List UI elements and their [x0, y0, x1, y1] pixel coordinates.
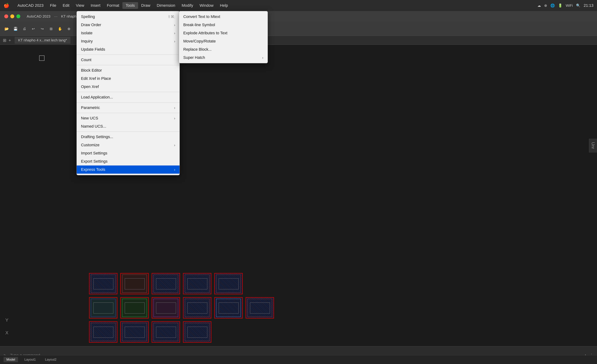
submenu-break-line[interactable]: Break-line Symbol [179, 21, 268, 29]
menubar-item-format[interactable]: Format [103, 2, 122, 9]
menu-update-fields[interactable]: Update Fields [77, 45, 180, 53]
titlebar-separator: — [54, 14, 57, 18]
toolbar-save[interactable]: 💾 [12, 25, 19, 32]
menu-import-settings[interactable]: Import Settings [77, 149, 180, 157]
ucs-y-label: Y [5, 318, 8, 323]
wifi-icon: WiFi [566, 4, 573, 8]
search-icon[interactable]: 🔍 [576, 3, 581, 8]
thumb-row-1 [89, 273, 588, 294]
thumb-15[interactable] [183, 321, 211, 343]
toolbar-redo[interactable]: ↪ [39, 25, 46, 32]
menu-divider-4 [77, 102, 180, 103]
submenu-convert-text[interactable]: Convert Text to Mtext [179, 13, 268, 21]
menu-edit-xref[interactable]: Edit Xref in Place [77, 75, 180, 83]
thumbnails-area [89, 273, 588, 343]
ucs-indicator: Y X [5, 318, 8, 335]
menu-divider-6 [77, 131, 180, 132]
minimize-button[interactable] [10, 14, 14, 18]
menubar-item-draw[interactable]: Draw [138, 2, 154, 9]
menu-draw-order[interactable]: Draw Order › [77, 21, 180, 29]
ucs-x-label: X [5, 330, 8, 335]
status-tab-model[interactable]: Model [4, 357, 18, 362]
express-submenu: Convert Text to Mtext Break-line Symbol … [179, 11, 268, 63]
menu-inquiry[interactable]: Inquiry › [77, 37, 180, 45]
menu-customize[interactable]: Customize › [77, 141, 180, 149]
menubar-item-tools[interactable]: Tools [122, 2, 138, 9]
vert-label: Unr [589, 139, 597, 153]
thumb-13[interactable] [120, 321, 149, 343]
apple-icon[interactable]: 🍎 [4, 3, 9, 8]
menubar-item-view[interactable]: View [73, 2, 87, 9]
titlebar-app: AutoCAD 2023 [27, 14, 50, 18]
menu-parametric[interactable]: Parametric › [77, 104, 180, 112]
submenu-explode-attrs[interactable]: Explode Attributes to Text [179, 29, 268, 37]
menubar-item-help[interactable]: Help [217, 2, 231, 9]
menu-divider-2 [77, 65, 180, 65]
toolbar-pan[interactable]: ✋ [56, 25, 64, 32]
toolbar-print[interactable]: 🖨 [21, 25, 28, 32]
thumb-6[interactable] [89, 297, 118, 318]
status-tab-layout1[interactable]: Layout1 [22, 357, 39, 362]
menu-divider-1 [77, 54, 180, 55]
thumb-2[interactable] [120, 273, 149, 294]
thumb-row-2 [89, 297, 588, 318]
thumb-4[interactable] [183, 273, 211, 294]
toolbar-viewport[interactable]: ⊞ [47, 25, 55, 32]
thumb-row-3 [89, 321, 588, 343]
clock: 21:13 [584, 3, 593, 8]
statusbar: Model Layout1 Layout2 [0, 355, 597, 364]
menu-export-settings[interactable]: Export Settings [77, 157, 180, 166]
thumb-7[interactable] [120, 297, 149, 318]
menubar-item-edit[interactable]: Edit [59, 2, 73, 9]
menu-spelling[interactable]: Spelling ⇧⌘; [77, 13, 180, 21]
menu-named-ucs[interactable]: Named UCS... [77, 122, 180, 130]
menu-divider-5 [77, 113, 180, 113]
maximize-button[interactable] [16, 14, 20, 18]
thumb-12[interactable] [89, 321, 118, 343]
menu-isolate[interactable]: Isolate › [77, 29, 180, 37]
menubar-item-file[interactable]: File [47, 2, 59, 9]
toolbar-open[interactable]: 📂 [3, 25, 10, 32]
menu-drafting-settings[interactable]: Drafting Settings... [77, 133, 180, 141]
menubar: 🍎 AutoCAD 2023 File Edit View Insert For… [0, 0, 597, 11]
menu-load-app[interactable]: Load Application... [77, 93, 180, 101]
menu-block-editor[interactable]: Block Editor [77, 66, 180, 75]
thumb-10[interactable] [214, 297, 243, 318]
menubar-right: ☁ ⊕ 🌐 🔋 WiFi 🔍 21:13 [537, 3, 593, 8]
thumb-11[interactable] [246, 297, 274, 318]
thumb-14[interactable] [152, 321, 180, 343]
thumb-1[interactable] [89, 273, 118, 294]
crosshair [39, 55, 45, 61]
toolbar-zoom-extent[interactable]: ⊕ [65, 25, 73, 32]
tab-drawing[interactable]: KT nhapho 4 x...met lech tang* [15, 37, 71, 44]
thumb-5[interactable] [214, 273, 243, 294]
thumb-3[interactable] [152, 273, 180, 294]
menubar-item-autocad[interactable]: AutoCAD 2023 [14, 2, 47, 9]
status-tab-layout2[interactable]: Layout2 [42, 357, 59, 362]
menubar-item-dimension[interactable]: Dimension [154, 2, 179, 9]
tab-new-icon[interactable]: + [8, 38, 11, 43]
close-button[interactable] [4, 14, 8, 18]
menubar-item-modify[interactable]: Modify [179, 2, 196, 9]
submenu-super-hatch[interactable]: Super Hatch › [179, 53, 268, 62]
toolbar-undo[interactable]: ↩ [30, 25, 37, 32]
window-controls [4, 14, 20, 18]
thumb-8[interactable] [152, 297, 180, 318]
network-icon: ⊕ [544, 3, 547, 8]
cloud-icon: ☁ [537, 3, 541, 8]
menubar-item-window[interactable]: Window [196, 2, 217, 9]
tab-add-btn[interactable]: ⊞ [3, 38, 6, 43]
submenu-move-copy[interactable]: Move/Copy/Rotate [179, 37, 268, 45]
menu-open-xref[interactable]: Open Xref [77, 83, 180, 91]
menu-new-ucs[interactable]: New UCS › [77, 114, 180, 122]
thumb-9[interactable] [183, 297, 211, 318]
flag-icon: 🌐 [550, 3, 555, 8]
menu-express-tools[interactable]: Express Tools › [77, 166, 180, 174]
menubar-item-insert[interactable]: Insert [87, 2, 103, 9]
battery-icon: 🔋 [558, 3, 563, 8]
tools-menu: Spelling ⇧⌘; Draw Order › Isolate › Inqu… [77, 11, 180, 175]
submenu-replace-block[interactable]: Replace Block... [179, 45, 268, 53]
menu-count[interactable]: Count [77, 56, 180, 64]
